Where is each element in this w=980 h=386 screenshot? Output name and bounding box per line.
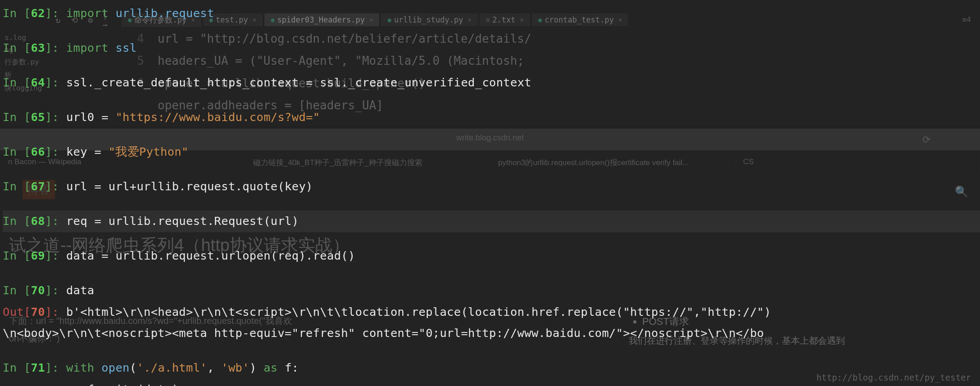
terminal-line <box>3 94 980 107</box>
terminal-line: In [69]: data = urllib.request.urlopen(r… <box>3 245 980 267</box>
terminal-line: In [62]: import urllib.request <box>3 3 980 24</box>
terminal-line <box>3 232 980 246</box>
terminal-line <box>3 24 980 38</box>
ipython-terminal[interactable]: In [62]: import urllib.request In [63]: … <box>0 0 980 386</box>
terminal-line <box>3 197 980 211</box>
terminal-line: \n<body>\r\n\t<noscript><meta http-equiv… <box>3 323 980 344</box>
watermark: http://blog.csdn.net/py_tester <box>817 373 971 382</box>
terminal-line: In [63]: import ssl <box>3 37 980 59</box>
terminal-line: Out[70]: b'<html>\r\n<head>\r\n\t<script… <box>3 301 980 323</box>
terminal-line <box>3 59 980 72</box>
terminal-line: In [70]: data <box>3 280 980 301</box>
terminal-line <box>3 128 980 142</box>
terminal-line: In [67]: url = url+urllib.request.quote(… <box>3 176 980 197</box>
terminal-line <box>3 163 980 176</box>
terminal-line: In [66]: key = "我爱Python" <box>3 141 980 163</box>
terminal-line: In [64]: ssl._create_default_https_conte… <box>3 72 980 94</box>
terminal-line: In [65]: url0 = "https://www.baidu.com/s… <box>3 107 980 128</box>
terminal-line <box>3 344 980 358</box>
terminal-line: In [68]: req = urllib.request.Request(ur… <box>3 211 980 232</box>
terminal-line <box>3 267 980 280</box>
